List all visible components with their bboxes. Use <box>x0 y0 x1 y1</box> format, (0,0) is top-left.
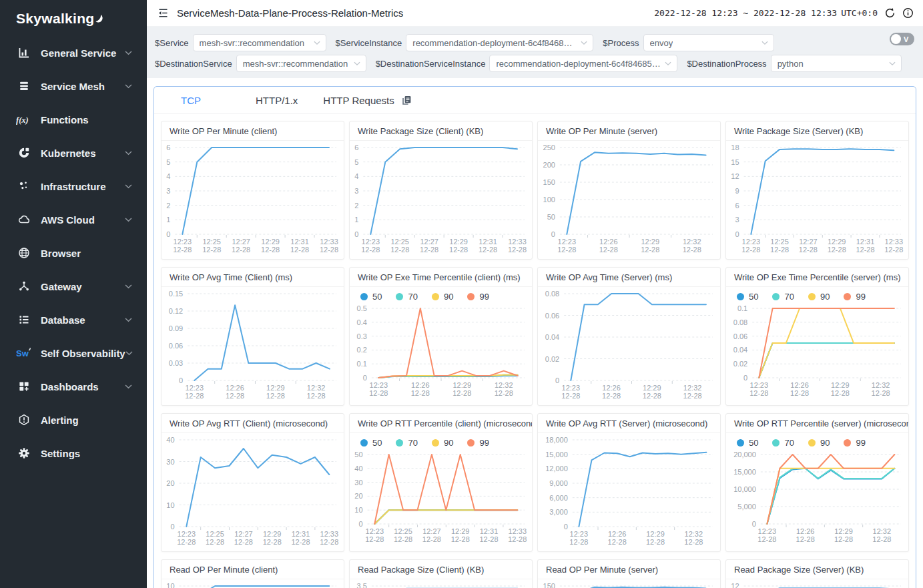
sidebar-item-service-mesh[interactable]: Service Mesh <box>0 69 147 103</box>
legend-item-p90[interactable]: 90 <box>808 438 830 448</box>
chart-canvas[interactable]: 01020304012:2312-2812:2512-2812:2712-281… <box>162 433 344 548</box>
legend-item-p90[interactable]: 90 <box>432 438 453 448</box>
svg-text:12:23: 12:23 <box>186 384 204 392</box>
svg-text:12-28: 12-28 <box>290 246 309 254</box>
sidebar-item-self-observability[interactable]: Sw Self Observability <box>0 336 147 370</box>
svg-text:0.5: 0.5 <box>357 304 367 312</box>
sidebar-item-infrastructure[interactable]: Infrastructure <box>0 170 147 203</box>
tab-http-1-x[interactable]: HTTP/1.x <box>256 95 298 106</box>
select-process[interactable]: envoy <box>643 34 774 51</box>
svg-text:12-28: 12-28 <box>683 246 701 254</box>
filter-select-value: recommendation-deployment-6c4f846859-l8r… <box>412 38 577 48</box>
sidebar-item-general-service[interactable]: General Service <box>0 36 147 69</box>
legend-item-p70[interactable]: 70 <box>396 438 417 448</box>
select-serviceinstance[interactable]: recommendation-deployment-6c4f846859-l8r… <box>406 34 593 51</box>
svg-text:0.2: 0.2 <box>357 346 367 354</box>
sidebar-item-gateway[interactable]: Gateway <box>0 270 147 303</box>
chart-canvas[interactable]: 03,0006,0009,00012,00015,00018,00012:231… <box>538 433 720 548</box>
sidebar-item-alerting[interactable]: Alerting <box>0 403 147 436</box>
svg-text:10: 10 <box>166 582 174 588</box>
legend-item-p50[interactable]: 50 <box>360 292 382 302</box>
chart-canvas[interactable]: 02468101212:2312-2812:2512-2812:2712-281… <box>726 579 908 588</box>
sidebar-item-aws-cloud[interactable]: AWS Cloud <box>0 203 147 236</box>
chart-canvas[interactable]: 00.10.20.30.40.512:2312-2812:2612-2812:2… <box>350 302 532 399</box>
legend-item-p70[interactable]: 70 <box>772 438 794 448</box>
sidebar-item-dashboards[interactable]: Dashboards <box>0 370 147 403</box>
legend-item-p99[interactable]: 99 <box>844 438 865 448</box>
sidebar-item-functions[interactable]: f(x) Functions <box>0 103 147 136</box>
legend-item-p99[interactable]: 99 <box>844 292 865 302</box>
svg-text:12:32: 12:32 <box>307 384 326 392</box>
legend-item-p70[interactable]: 70 <box>772 292 794 302</box>
chart-canvas[interactable]: 00.020.040.060.080.112:2312-2812:2612-28… <box>726 302 908 399</box>
legend-item-p50[interactable]: 50 <box>360 438 382 448</box>
sidebar-item-kubernetes[interactable]: Kubernetes <box>0 136 147 170</box>
sidebar-item-browser[interactable]: Browser <box>0 236 147 270</box>
svg-text:12-28: 12-28 <box>390 246 409 254</box>
chart-canvas[interactable]: 05010015020025012:2312-2812:2612-2812:29… <box>538 141 720 256</box>
svg-text:0: 0 <box>358 520 362 528</box>
svg-text:12:23: 12:23 <box>758 527 777 535</box>
select-destinationservice[interactable]: mesh-svr::recommendation <box>236 55 366 72</box>
chevron-down-icon <box>125 218 132 222</box>
chart-canvas[interactable]: 024681012:2312-2812:2512-2812:2712-2812:… <box>162 579 344 588</box>
legend-dot-icon <box>396 439 403 447</box>
chart-title: Read OP Per Minute (server) <box>538 560 720 579</box>
svg-text:12-28: 12-28 <box>872 389 890 397</box>
svg-text:12-28: 12-28 <box>479 246 497 254</box>
svg-text:0: 0 <box>363 374 367 382</box>
select-destinationserviceinstance[interactable]: recommendation-deployment-6c4f846859-l8r… <box>489 55 677 72</box>
svg-text:12:33: 12:33 <box>320 238 338 246</box>
tab-tcp[interactable]: TCP <box>181 95 201 106</box>
svg-text:5: 5 <box>166 158 170 166</box>
filter-select-value: mesh-svr::recommendation <box>200 38 305 48</box>
select-service[interactable]: mesh-svr::recommendation <box>193 34 326 51</box>
chart-canvas[interactable]: 05,00010,00015,00020,00012:2312-2812:261… <box>726 448 908 545</box>
svg-text:12-28: 12-28 <box>602 392 621 400</box>
legend-item-p90[interactable]: 90 <box>432 292 453 302</box>
svg-text:12-28: 12-28 <box>185 392 204 400</box>
sidebar-item-database[interactable]: Database <box>0 303 147 336</box>
svg-text:12-28: 12-28 <box>683 392 702 400</box>
legend-item-p99[interactable]: 99 <box>467 438 489 448</box>
legend-item-p99[interactable]: 99 <box>467 292 489 302</box>
legend-item-p50[interactable]: 50 <box>737 292 758 302</box>
charts-grid: Write OP Per Minute (client) 012345612:2… <box>154 114 916 588</box>
time-range[interactable]: 2022-12-28 12:23 ~ 2022-12-28 12:33 <box>654 8 837 18</box>
chart-canvas[interactable]: 00.020.040.060.0812:2312-2812:2612-2812:… <box>538 287 720 402</box>
chart-canvas[interactable]: 00.030.060.090.120.1512:2312-2812:2612-2… <box>162 287 344 402</box>
legend-item-p70[interactable]: 70 <box>396 292 417 302</box>
legend-item-p90[interactable]: 90 <box>808 292 830 302</box>
sidebar-item-label: Alerting <box>41 414 79 426</box>
filter-label: $DestinationProcess <box>687 59 766 69</box>
filter-row-2: $DestinationService mesh-svr::recommenda… <box>155 55 915 72</box>
svg-text:0.3: 0.3 <box>357 332 367 340</box>
svg-text:1: 1 <box>354 216 358 224</box>
refresh-icon[interactable] <box>884 7 896 19</box>
svg-text:12:31: 12:31 <box>479 238 497 246</box>
chart-canvas[interactable]: 012345612:2312-2812:2512-2812:2712-2812:… <box>162 141 344 256</box>
svg-text:12-28: 12-28 <box>369 389 388 397</box>
svg-text:12-28: 12-28 <box>749 389 768 397</box>
svg-text:12-28: 12-28 <box>770 246 789 254</box>
copy-icon[interactable] <box>401 95 412 106</box>
chart-canvas[interactable]: 00.511.522.533.512:2312-2812:2512-2812:2… <box>350 579 532 588</box>
legend-item-p50[interactable]: 50 <box>737 438 758 448</box>
chart-canvas[interactable]: 036912151812:2312-2812:2512-2812:2712-28… <box>726 141 908 256</box>
select-destinationprocess[interactable]: python <box>771 55 902 72</box>
version-toggle[interactable]: V <box>890 33 914 45</box>
chart-canvas[interactable]: 012345612:2312-2812:2512-2812:2712-2812:… <box>350 141 532 256</box>
chart-canvas[interactable]: 030609012015012:2312-2812:2612-2812:2912… <box>538 579 720 588</box>
chart-canvas[interactable]: 0102030405012:2312-2812:2512-2812:2712-2… <box>350 448 532 545</box>
svg-text:12:29: 12:29 <box>451 527 470 535</box>
svg-text:5,000: 5,000 <box>737 503 756 511</box>
tab-http-requests[interactable]: HTTP Requests <box>323 95 394 106</box>
svg-text:12:27: 12:27 <box>422 527 441 535</box>
outdent-icon[interactable] <box>158 7 169 19</box>
sidebar-item-settings[interactable]: Settings <box>0 436 147 470</box>
info-icon[interactable] <box>902 7 914 19</box>
svg-text:0: 0 <box>551 230 555 238</box>
legend-dot-icon <box>737 439 744 447</box>
svg-text:12-28: 12-28 <box>451 535 470 543</box>
chart-card-write-op-avg-rtt-client-microsecond: Write OP Avg RTT (Client) (microsecond) … <box>161 413 344 552</box>
